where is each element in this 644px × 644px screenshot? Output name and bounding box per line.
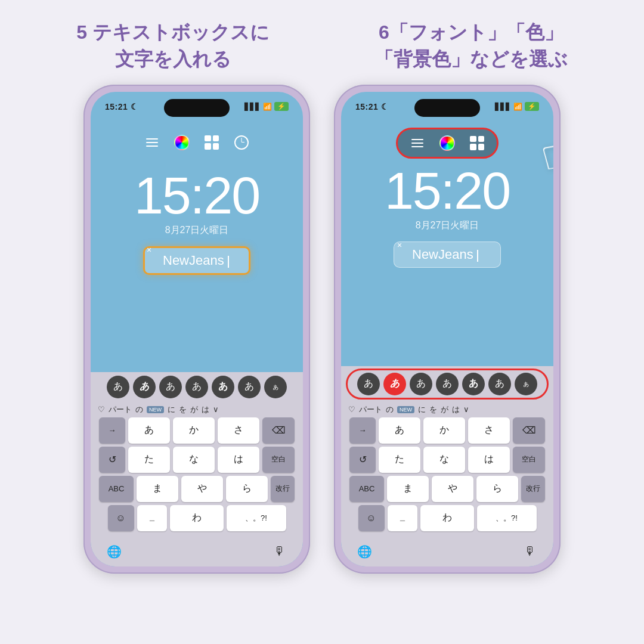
keyboard-rows-right: → あ か さ ⌫ ↺ た な は 空白 (341, 417, 553, 537)
step5-text: 5 テキストボックスに 文字を入れる (24, 19, 322, 73)
font-bubble-1-left[interactable]: あ (107, 376, 129, 398)
kb-abc-right[interactable]: ABC (349, 476, 384, 502)
font-style-row-left: あ あ あ あ あ あ ぁ (91, 372, 303, 402)
globe-btn-left[interactable]: 🌐 (103, 540, 125, 563)
grid-icon-right (467, 133, 487, 153)
step5-label: 5 テキストボックスに 文字を入れる (24, 19, 322, 73)
globe-btn-right[interactable]: 🌐 (353, 540, 376, 563)
kb-ma-right[interactable]: ま (387, 476, 429, 502)
step6-text: 6「フォント」「色」 「背景色」などを選ぶ (322, 19, 620, 73)
toolbar-right-highlighted (396, 128, 499, 159)
text-box-right[interactable]: × NewJeans (394, 242, 501, 268)
suggestion-row-left: ♡ パート の NEW に を が は ∨ (91, 402, 303, 417)
kb-na-left[interactable]: な (173, 447, 215, 473)
keyboard-right: あ あ あ あ あ あ ぁ ♡ パート の NEW に (341, 366, 553, 566)
kb-ka-left[interactable]: か (173, 417, 215, 444)
date-right: 8月27日火曜日 (416, 219, 479, 232)
status-time-right: 15:21 ☾ (355, 102, 389, 112)
phone-inner-right: 15:21 ☾ ▋▋▋ 📶 ⚡ (341, 92, 553, 566)
kb-ra-left[interactable]: ら (226, 476, 268, 502)
mic-btn-left[interactable]: 🎙 (268, 540, 291, 563)
dynamic-island-right (414, 99, 480, 117)
bottom-bar-right: 🌐 🎙 (341, 537, 553, 566)
kb-space-left[interactable]: 空白 (262, 447, 295, 473)
kb-under-left[interactable]: ＿ (137, 505, 167, 531)
phone-left: 15:21 ☾ ▋▋▋ 📶 ⚡ (83, 85, 310, 644)
toolbar-left (130, 128, 264, 157)
font-bubble-4-left[interactable]: あ (185, 376, 208, 398)
dynamic-island-left (164, 99, 230, 117)
kb-ka-right[interactable]: か (423, 417, 465, 444)
suggestion-row-right: ♡ パート の NEW に を が は ∨ (341, 402, 553, 417)
kb-under-right[interactable]: ＿ (388, 505, 417, 531)
kb-del-right[interactable]: ⌫ (513, 417, 545, 444)
kb-a-left[interactable]: あ (128, 417, 170, 444)
text-cursor-left (228, 256, 229, 268)
date-left: 8月27日火曜日 (165, 224, 229, 237)
font-bubble-7-left[interactable]: ぁ (264, 376, 287, 398)
kb-ya-left[interactable]: や (181, 476, 223, 502)
font-bubble-1-right[interactable]: あ (357, 373, 380, 395)
keyboard-rows-left: → あ か さ ⌫ ↺ た な は 空白 (91, 417, 303, 537)
kb-emoji-right[interactable]: ☺ (358, 505, 385, 531)
status-icons-left: ▋▋▋ 📶 ⚡ (244, 102, 289, 111)
kb-sa-right[interactable]: さ (468, 417, 510, 444)
kb-wa-left[interactable]: わ (170, 505, 224, 531)
big-time-right: 15:20 (385, 165, 510, 217)
font-bubble-7-right[interactable]: ぁ (515, 373, 537, 395)
font-bubble-3-right[interactable]: あ (410, 373, 432, 395)
font-bubble-2-right[interactable]: あ (383, 373, 406, 395)
status-icons-right: ▋▋▋ 📶 ⚡ (495, 102, 539, 111)
kb-wa-right[interactable]: わ (420, 505, 474, 531)
text-box-content-left: NewJeans (163, 253, 224, 268)
big-time-left: 15:20 (134, 169, 259, 222)
kb-arrow-left[interactable]: → (99, 417, 125, 444)
font-bubble-3-left[interactable]: あ (159, 376, 182, 398)
kb-ha-left[interactable]: は (218, 447, 259, 473)
phone-frame-left: 15:21 ☾ ▋▋▋ 📶 ⚡ (83, 85, 310, 574)
text-box-container-right: × NewJeans (394, 242, 501, 268)
phone-inner-left: 15:21 ☾ ▋▋▋ 📶 ⚡ (91, 92, 303, 566)
keyboard-left: あ あ あ あ あ あ ぁ ♡ パート の NEW に (91, 372, 303, 566)
lock-content-left: 15:20 8月27日火曜日 × NewJeans (91, 122, 303, 372)
font-bubble-4-right[interactable]: あ (436, 373, 459, 395)
font-bubble-6-right[interactable]: あ (488, 373, 511, 395)
lock-content-right: 15:20 8月27日火曜日 × NewJeans (341, 122, 553, 366)
text-box-x-left: × (147, 245, 151, 255)
kb-a-right[interactable]: あ (379, 417, 420, 444)
status-time-left: 15:21 ☾ (105, 102, 138, 112)
kb-emoji-left[interactable]: ☺ (108, 505, 134, 531)
kb-enter-right[interactable]: 改行 (521, 476, 545, 502)
font-bubble-2-left[interactable]: あ (133, 376, 156, 398)
phone-right: 15:21 ☾ ▋▋▋ 📶 ⚡ (334, 85, 561, 644)
kb-punct-right[interactable]: 、。?! (477, 505, 537, 531)
kb-punct-left[interactable]: 、。?! (227, 505, 286, 531)
kb-del-left[interactable]: ⌫ (262, 417, 295, 444)
kb-ta-right[interactable]: た (379, 447, 420, 473)
kb-na-right[interactable]: な (423, 447, 465, 473)
font-bubble-6-left[interactable]: あ (238, 376, 261, 398)
kb-ra-right[interactable]: ら (476, 476, 518, 502)
kb-ha-right[interactable]: は (468, 447, 510, 473)
kb-ya-right[interactable]: や (432, 476, 473, 502)
kb-undo-left[interactable]: ↺ (99, 447, 125, 473)
kb-ma-left[interactable]: ま (137, 476, 178, 502)
mic-btn-right[interactable]: 🎙 (519, 540, 541, 563)
grid-icon-left (202, 132, 222, 153)
text-box-container-left: × NewJeans (143, 246, 250, 275)
kb-enter-left[interactable]: 改行 (271, 476, 295, 502)
kb-arrow-right[interactable]: → (349, 417, 376, 444)
kb-undo-right[interactable]: ↺ (349, 447, 376, 473)
font-bubble-5-left[interactable]: あ (212, 376, 234, 398)
text-box-left[interactable]: × NewJeans (143, 246, 250, 275)
kb-sa-left[interactable]: さ (218, 417, 259, 444)
step6-label: 6「フォント」「色」 「背景色」などを選ぶ (322, 19, 620, 73)
font-bubble-5-right[interactable]: あ (462, 373, 485, 395)
text-box-content-right: NewJeans (412, 247, 473, 262)
phone-frame-right: 15:21 ☾ ▋▋▋ 📶 ⚡ (334, 85, 561, 574)
kb-space-right[interactable]: 空白 (513, 447, 545, 473)
kb-abc-left[interactable]: ABC (99, 476, 134, 502)
kb-ta-left[interactable]: た (128, 447, 170, 473)
bottom-bar-left: 🌐 🎙 (91, 537, 303, 566)
text-box-x-right: × (397, 240, 402, 250)
